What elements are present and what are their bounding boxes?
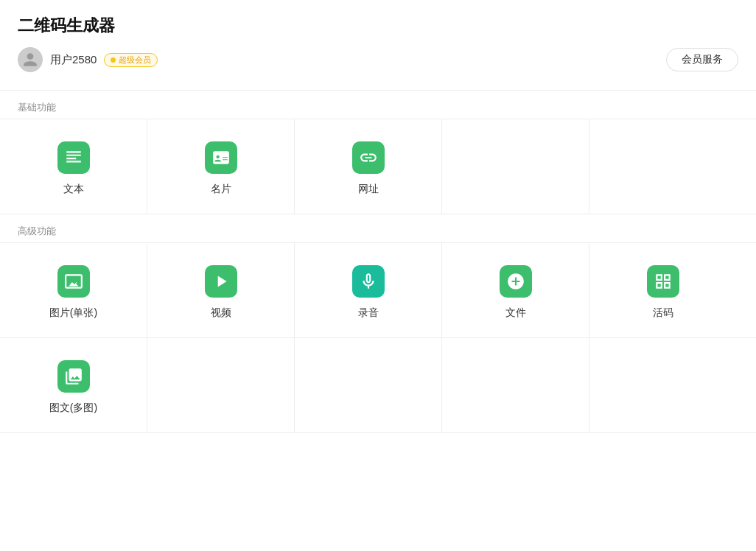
advanced-grid-row-1: 图片(单张) 视频 录音 [0, 243, 756, 338]
basic-item-card-label: 名片 [211, 183, 231, 196]
advanced-item-file-label: 文件 [505, 306, 526, 320]
advanced-section: 高级功能 图片(单张) 视频 [0, 214, 756, 433]
advanced-item-video-label: 视频 [211, 306, 231, 320]
basic-section-title: 基础功能 [0, 91, 756, 119]
basic-empty-2 [589, 119, 737, 214]
advanced-item-live-code-label: 活码 [653, 306, 673, 320]
advanced-item-image-multi[interactable]: 图文(多图) [0, 338, 147, 432]
basic-item-card[interactable]: 名片 [147, 119, 295, 214]
link-icon-box [352, 141, 385, 174]
basic-item-text[interactable]: 文本 [0, 119, 147, 214]
advanced-item-file[interactable]: 文件 [442, 243, 589, 337]
mic-icon-box [352, 265, 385, 298]
text-icon [64, 148, 83, 167]
grid-icon [654, 272, 673, 291]
basic-empty-1 [442, 119, 589, 214]
video-icon [211, 272, 231, 291]
image-multi-icon [64, 367, 83, 386]
link-icon [359, 148, 378, 167]
advanced-item-audio-label: 录音 [358, 306, 379, 320]
card-icon [211, 148, 231, 167]
basic-item-text-label: 文本 [63, 183, 84, 196]
vip-service-button[interactable]: 会员服务 [666, 48, 738, 71]
basic-item-url[interactable]: 网址 [295, 119, 442, 214]
basic-item-url-label: 网址 [358, 183, 379, 196]
mic-icon [359, 272, 378, 291]
basic-section: 基础功能 文本 名片 [0, 91, 756, 214]
user-badge: 超级会员 [104, 53, 158, 67]
image-multi-icon-box [57, 360, 90, 393]
badge-dot [111, 57, 116, 63]
text-icon-box [57, 141, 90, 174]
advanced-empty-1 [147, 338, 295, 432]
image-icon-box [57, 265, 90, 298]
advanced-empty-3 [442, 338, 589, 432]
basic-grid-row: 文本 名片 网址 [0, 119, 756, 214]
card-icon-box [205, 141, 237, 174]
advanced-item-image-single-label: 图片(单张) [49, 306, 97, 320]
advanced-section-title: 高级功能 [0, 214, 756, 242]
avatar [18, 47, 43, 72]
page-title: 二维码生成器 [18, 15, 738, 37]
grid-icon-box [647, 265, 679, 298]
user-name: 用户2580 [50, 53, 97, 67]
advanced-item-audio[interactable]: 录音 [295, 243, 442, 337]
advanced-empty-4 [589, 338, 737, 432]
advanced-item-image-multi-label: 图文(多图) [49, 401, 97, 415]
advanced-empty-2 [295, 338, 442, 432]
file-icon-box [500, 265, 532, 298]
badge-label: 超级会员 [119, 55, 151, 66]
file-icon [506, 272, 525, 291]
advanced-grid-row-2: 图文(多图) [0, 338, 756, 433]
image-icon [64, 272, 83, 291]
advanced-item-video[interactable]: 视频 [147, 243, 295, 337]
user-info: 用户2580 超级会员 [18, 47, 158, 72]
advanced-item-live-code[interactable]: 活码 [589, 243, 737, 337]
advanced-item-image-single[interactable]: 图片(单张) [0, 243, 147, 337]
video-icon-box [205, 265, 237, 298]
